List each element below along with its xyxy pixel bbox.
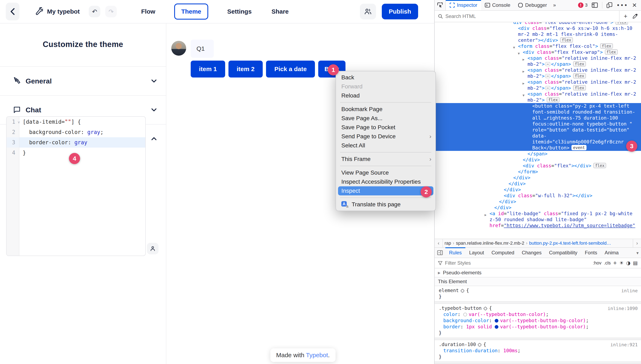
rule-property[interactable]: transition-duration: 100ms; <box>439 348 638 354</box>
event-badge[interactable]: event <box>571 145 586 150</box>
collapsed-content-icon[interactable]: ⋯ <box>545 74 550 78</box>
panel-tab-fonts[interactable]: Fonts <box>581 248 601 258</box>
tree-node[interactable]: </div> <box>435 205 641 211</box>
twisty-right-icon[interactable]: ▶ <box>523 80 525 86</box>
panel-tab-layout[interactable]: Layout <box>465 248 488 258</box>
back-button[interactable] <box>6 3 20 20</box>
new-node-icon[interactable]: + <box>624 13 627 20</box>
color-swatch[interactable] <box>495 325 498 329</box>
undo-button[interactable]: ↶ <box>89 6 100 17</box>
twisty-down-icon[interactable]: ▼ <box>523 92 525 98</box>
editor-code-line[interactable]: [data-itemid=""] { <box>20 117 145 127</box>
editor-code-line[interactable]: background-color: gray; <box>20 127 145 137</box>
panel-tab-rules[interactable]: Rules <box>445 248 465 258</box>
flex-badge[interactable]: flex <box>573 85 586 90</box>
devtools-tab-debugger[interactable]: Debugger <box>514 0 551 10</box>
tree-node[interactable]: </div> <box>435 175 641 181</box>
choice-button-item-2[interactable]: item 2 <box>229 60 263 78</box>
collaborators-button[interactable] <box>360 4 376 19</box>
tree-node[interactable]: ▶<a id="lite-badge" class="fixed py-1 px… <box>435 211 641 228</box>
pseudo-elements-row[interactable]: ▶ Pseudo-elements <box>435 268 641 278</box>
flex-badge[interactable]: flex <box>573 73 586 78</box>
breadcrumb-scroll-left-icon[interactable]: ‹ <box>435 239 443 247</box>
tree-node[interactable]: </form> <box>435 169 641 175</box>
tab-settings[interactable]: Settings <box>227 4 252 19</box>
breadcrumb-item[interactable]: button.py-2.px-4.text-left.font-semibold… <box>528 240 613 246</box>
tree-node[interactable]: ▼<div class="flex flex-wrap">flex <box>435 49 641 55</box>
menu-item-this-frame[interactable]: This Frame› <box>336 154 436 164</box>
menu-item-reload[interactable]: Reload <box>336 91 436 100</box>
tree-node[interactable]: <div class="flex w-6 xs:w-10 h-6 xs:h-10… <box>435 25 641 43</box>
error-count-badge[interactable]: !3 <box>578 2 587 8</box>
choice-button-pick-a-date[interactable]: Pick a date <box>266 60 315 78</box>
tree-node[interactable]: </div> <box>435 157 641 163</box>
selector-target-icon[interactable] <box>483 306 488 310</box>
panel-tab-anima[interactable]: Anima <box>601 248 622 258</box>
menu-item-save-page-as-[interactable]: Save Page As... <box>336 114 436 123</box>
rule-selector[interactable]: .typebot-button <box>439 306 482 311</box>
redo-button[interactable]: ↷ <box>105 6 117 17</box>
rule-property[interactable]: background-color: var(--typebot-button-b… <box>439 318 638 324</box>
toggle-3pane-icon[interactable] <box>435 248 445 258</box>
breadcrumb-scroll-right-icon[interactable]: › <box>633 239 641 247</box>
close-devtools-icon[interactable]: ✕ <box>632 2 637 9</box>
light-theme-icon[interactable]: ☀ <box>619 260 624 266</box>
tab-share[interactable]: Share <box>271 4 289 19</box>
custom-css-editor[interactable]: 1v234 [data-itemid=""] { background-colo… <box>6 116 146 256</box>
rule-source-link[interactable]: inline:1090 <box>607 306 638 312</box>
breadcrumb-item[interactable]: span.relative.inline-flex.mr-2.mb-2 <box>454 240 526 246</box>
flex-badge[interactable]: flex <box>605 49 618 54</box>
color-swatch[interactable] <box>495 319 498 322</box>
menu-item-translate-this-page[interactable]: AaTranslate this page <box>336 200 436 209</box>
menu-item-save-page-to-pocket[interactable]: Save Page to Pocket <box>336 123 436 132</box>
dark-theme-icon[interactable]: ◑ <box>626 260 630 266</box>
meatball-menu-icon[interactable]: ••• <box>616 2 628 9</box>
made-with-brand-link[interactable]: Typebot <box>306 352 328 358</box>
tree-node[interactable]: <div class="flex"></div>flex <box>435 163 641 169</box>
panel-tab-compatibility[interactable]: Compatibility <box>545 248 581 258</box>
publish-button[interactable]: Publish <box>382 4 418 19</box>
tree-node[interactable]: <div class="w-full h-32"></div> <box>435 193 641 199</box>
twisty-right-icon[interactable]: ▶ <box>523 68 525 74</box>
menu-item-view-page-source[interactable]: View Page Source <box>336 168 436 177</box>
menu-item-inspect-accessibility-properties[interactable]: Inspect Accessibility Properties <box>336 177 436 186</box>
menu-item-back[interactable]: Back <box>336 73 436 82</box>
devtools-tab-inspector[interactable]: Inspector <box>446 0 481 10</box>
panel-tab-computed[interactable]: Computed <box>488 248 518 258</box>
breadcrumb-item-clipped[interactable]: rap <box>443 240 453 246</box>
eyedropper-icon[interactable] <box>632 14 638 19</box>
color-swatch[interactable] <box>463 313 467 316</box>
collapsed-content-icon[interactable]: ⋯ <box>545 86 550 90</box>
tree-node-selected[interactable]: <button class="py-2 px-4 text-left font-… <box>435 103 641 151</box>
tree-node[interactable]: ▶<span class="relative inline-flex mr-2 … <box>435 55 641 67</box>
tree-node[interactable]: </div> <box>435 181 641 187</box>
flex-badge[interactable]: flex <box>560 37 573 43</box>
hover-toggle[interactable]: :hov <box>593 260 602 266</box>
split-console-icon[interactable] <box>592 2 598 8</box>
tab-theme[interactable]: Theme <box>174 4 208 20</box>
editor-code[interactable]: [data-itemid=""] { background-color: gra… <box>20 117 145 256</box>
made-with-badge[interactable]: Made with Typebot. <box>270 348 336 362</box>
rule-selector[interactable]: element <box>439 288 459 293</box>
collapsed-content-icon[interactable]: ⋯ <box>545 62 550 66</box>
typebot-title[interactable]: My typebot <box>47 8 80 15</box>
search-html-input[interactable] <box>445 14 617 19</box>
print-media-icon[interactable]: ▤ <box>633 260 638 266</box>
more-tabs-button[interactable]: » <box>551 0 558 10</box>
twisty-right-icon[interactable]: ▶ <box>485 212 487 218</box>
class-toggle[interactable]: .cls <box>604 260 611 266</box>
rule-property[interactable]: color: var(--typebot-button-color); <box>439 311 638 318</box>
preview-user-button[interactable] <box>147 243 158 254</box>
devtools-tab-console[interactable]: Console <box>481 0 514 10</box>
flex-badge[interactable]: flex <box>573 61 586 66</box>
tree-node[interactable]: ▶<span class="relative inline-flex mr-2 … <box>435 67 641 79</box>
sidebar-section-general[interactable]: General <box>0 66 166 95</box>
flex-badge[interactable]: flex <box>615 22 628 25</box>
rule-source-link[interactable]: inline:921 <box>610 342 638 348</box>
tree-node[interactable]: </div> <box>435 199 641 205</box>
selector-target-icon[interactable] <box>461 289 465 293</box>
add-rule-icon[interactable]: + <box>613 260 617 266</box>
menu-item-inspect[interactable]: Inspect <box>338 186 434 196</box>
tree-node[interactable]: div class="flex bubble-enter-done">flex <box>435 22 641 25</box>
filter-styles-input[interactable] <box>445 260 590 266</box>
